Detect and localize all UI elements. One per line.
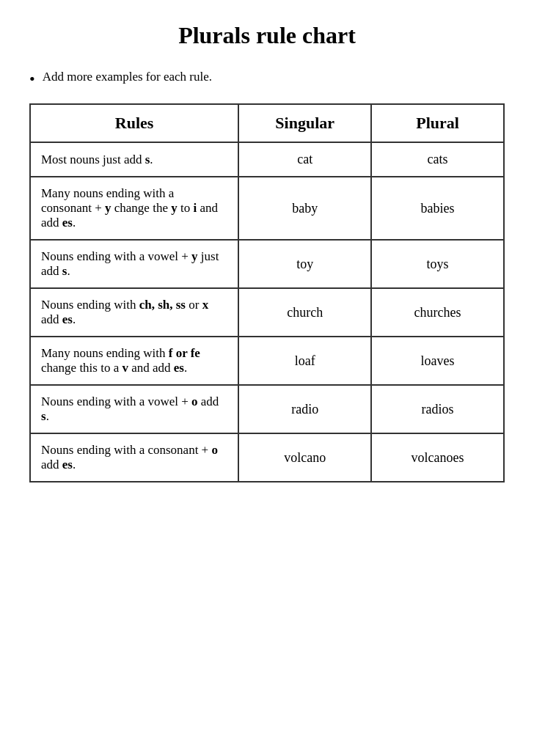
singular-cell: radio: [238, 385, 371, 433]
rule-cell: Most nouns just add s.: [30, 142, 238, 177]
table-row: Nouns ending with ch, sh, ss or x add es…: [30, 288, 504, 337]
rule-cell: Many nouns ending with a consonant + y c…: [30, 177, 238, 240]
instruction-text: Add more examples for each rule.: [43, 70, 212, 84]
rule-cell: Nouns ending with a vowel + y just add s…: [30, 240, 238, 288]
singular-cell: loaf: [238, 337, 371, 385]
rule-cell: Nouns ending with a vowel + o add s.: [30, 385, 238, 433]
singular-cell: cat: [238, 142, 371, 177]
singular-cell: church: [238, 288, 371, 337]
table-row: Nouns ending with a consonant + o add es…: [30, 433, 504, 482]
table-header-row: Rules Singular Plural: [30, 104, 504, 142]
rule-cell: Many nouns ending with f or fe change th…: [30, 337, 238, 385]
plural-cell: babies: [371, 177, 504, 240]
plural-cell: loaves: [371, 337, 504, 385]
header-plural: Plural: [371, 104, 504, 142]
bullet-point: •: [29, 70, 35, 89]
singular-cell: baby: [238, 177, 371, 240]
page-title: Plurals rule chart: [29, 22, 505, 49]
plural-cell: toys: [371, 240, 504, 288]
plural-cell: churches: [371, 288, 504, 337]
plural-cell: cats: [371, 142, 504, 177]
table-row: Many nouns ending with a consonant + y c…: [30, 177, 504, 240]
singular-cell: toy: [238, 240, 371, 288]
plural-cell: volcanoes: [371, 433, 504, 482]
rule-cell: Nouns ending with a consonant + o add es…: [30, 433, 238, 482]
rule-cell: Nouns ending with ch, sh, ss or x add es…: [30, 288, 238, 337]
table-row: Most nouns just add s.catcats: [30, 142, 504, 177]
plural-cell: radios: [371, 385, 504, 433]
table-row: Many nouns ending with f or fe change th…: [30, 337, 504, 385]
plurals-table: Rules Singular Plural Most nouns just ad…: [29, 103, 505, 482]
instruction-line: • Add more examples for each rule.: [29, 70, 505, 89]
header-rules: Rules: [30, 104, 238, 142]
singular-cell: volcano: [238, 433, 371, 482]
table-row: Nouns ending with a vowel + y just add s…: [30, 240, 504, 288]
table-row: Nouns ending with a vowel + o add s.radi…: [30, 385, 504, 433]
header-singular: Singular: [238, 104, 371, 142]
